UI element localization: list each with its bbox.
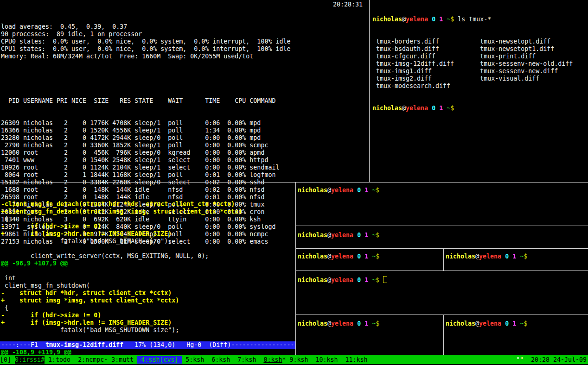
diff-line-add: +client_msg_fn_detach(struct imsg *imsg,… xyxy=(1,208,294,215)
top-summary-lines: load averages: 0.45, 0.39, 0.3790 proces… xyxy=(1,23,367,60)
window-item-irssi[interactable]: 0:irssi# xyxy=(15,356,45,364)
prompt-dollar: $ xyxy=(376,253,379,260)
diff-line-del: - if (hdr->size != 0) xyxy=(1,312,294,319)
shell-prompt: nicholas@yelena 0 1 ~$ xyxy=(372,16,454,23)
modeline-filename: tmux-imsg-12diff.diff xyxy=(45,341,123,348)
pane-border-v1[interactable] xyxy=(443,249,444,271)
diff-content: -client_msg_fn_detach(struct hdr *hdr, s… xyxy=(1,201,294,356)
pane-border-vertical-bottom[interactable] xyxy=(295,182,296,355)
pane-emacs-diff[interactable]: -client_msg_fn_detach(struct hdr *hdr, s… xyxy=(1,186,294,365)
prompt-space xyxy=(361,320,364,327)
prompt-user: nicholas xyxy=(372,16,402,23)
shell-prompt: nicholas@yelena 0 1 ~$ xyxy=(298,320,379,327)
prompt-space xyxy=(361,253,364,260)
diff-line-add: + if (imsg->hdr.len != IMSG_HEADER_SIZE) xyxy=(1,319,294,327)
top-summary-line: load averages: 0.45, 0.39, 0.37 xyxy=(1,23,367,31)
file-row: tmux-modesearch.diff xyxy=(372,82,587,90)
shell-prompt: nicholas@yelena 0 1 ~$ xyxy=(446,320,527,327)
process-row: 10926 root 2 0 1124K 2104K sleep/1 selec… xyxy=(1,164,367,171)
modeline-info: 17% (134,0) Hg-0 (Diff) xyxy=(123,341,231,348)
prompt-space xyxy=(435,16,439,23)
prompt-space xyxy=(509,253,512,260)
diff-line-add: + struct imsg *imsg, struct client_ctx *… xyxy=(1,297,294,304)
pane-shell-active[interactable]: nicholas@yelena 0 1 ~$ xyxy=(298,276,387,284)
pane-border-horizontal-main[interactable] xyxy=(0,182,588,182)
shell-command-line: nicholas@yelena 0 1 ~$ls tmux-* xyxy=(372,16,587,23)
pane-shell-a[interactable]: nicholas@yelena 0 1 ~$ xyxy=(298,187,379,194)
shell-prompt: nicholas@yelena 0 1 ~$ xyxy=(446,253,527,260)
prompt-dollar: $ xyxy=(376,232,379,239)
prompt-user: nicholas xyxy=(446,253,475,260)
diff-line-ctx: fatalx("bad MSG_SHUTDOWN size"); xyxy=(1,327,294,334)
prompt-space xyxy=(353,187,357,194)
prompt-dollar: $ xyxy=(450,16,454,23)
diff-line-ctx: fatalx("bad MSG_DETACH size"); xyxy=(1,238,294,245)
prompt-space xyxy=(368,253,372,260)
diff-line-del: - if (hdr->size != 0) xyxy=(1,223,294,230)
shell-prompt-line: nicholas@yelena 0 1 ~$ xyxy=(372,105,587,112)
modeline-prefix: ----:---F1 xyxy=(1,341,45,348)
top-summary-line: CPU1 states: 0.0% user, 0.0% nice, 0.0% … xyxy=(1,45,367,53)
pane-shell-d[interactable]: nicholas@yelena 0 1 ~$ xyxy=(446,253,527,260)
prompt-host: yelena xyxy=(479,320,501,327)
file-row: tmux-imsg-12diff.diff tmux-sessenv-new-o… xyxy=(372,60,587,68)
prompt-shlvl: 1 xyxy=(439,16,443,23)
prompt-space xyxy=(428,16,432,23)
pane-shell-f[interactable]: nicholas@yelena 0 1 ~$ xyxy=(298,320,379,327)
diff-line-ctx: client_msg_fn_shutdown( xyxy=(1,282,294,289)
window-list-c[interactable]: * 9:ksh 10:ksh 11:ksh xyxy=(282,356,367,364)
prompt-space xyxy=(501,253,505,260)
pane-border-vertical-top[interactable] xyxy=(369,0,370,182)
window-list-b[interactable]: 5:ksh 6:ksh 7:ksh xyxy=(182,356,263,364)
prompt-shlvl: 1 xyxy=(439,105,443,112)
prompt-histnum: 0 xyxy=(505,253,509,260)
prompt-space xyxy=(368,187,372,194)
prompt-histnum: 0 xyxy=(432,16,435,23)
diff-line-ctx xyxy=(1,334,294,341)
diff-line-add: + if (imsg->hdr.len != IMSG_HEADER_SIZE) xyxy=(1,230,294,238)
prompt-user: nicholas xyxy=(298,253,327,260)
prompt-space xyxy=(443,105,447,112)
pane-border-v2[interactable] xyxy=(443,315,444,355)
pane-shell-b[interactable]: nicholas@yelena 0 1 ~$ xyxy=(298,232,379,239)
prompt-shlvl: 1 xyxy=(512,320,516,327)
prompt-host: yelena xyxy=(331,187,353,194)
prompt-space xyxy=(516,320,520,327)
prompt-space xyxy=(509,320,512,327)
pane-border-h4[interactable] xyxy=(296,315,588,315)
prompt-tilde: ~ xyxy=(447,16,450,23)
pane-border-h2[interactable] xyxy=(296,248,588,249)
pane-border-h1[interactable] xyxy=(296,226,588,226)
prompt-tilde: ~ xyxy=(372,187,376,194)
file-row: tmux-bsdauth.diff tmux-newsetopt1.diff xyxy=(372,45,587,53)
prompt-shlvl: 1 xyxy=(364,320,368,327)
prompt-at-sign: @ xyxy=(327,253,331,260)
prompt-space xyxy=(361,277,364,283)
prompt-tilde: ~ xyxy=(372,277,376,283)
pane-shell-c[interactable]: nicholas@yelena 0 1 ~$ xyxy=(298,253,379,260)
prompt-at-sign: @ xyxy=(402,16,406,23)
shell-prompt: nicholas@yelena 0 1 ~$ xyxy=(298,277,379,283)
top-clock: 20:28:31 xyxy=(333,1,363,8)
terminal-cursor[interactable] xyxy=(383,276,387,283)
prompt-host: yelena xyxy=(406,105,428,112)
prompt-dollar: $ xyxy=(524,320,527,327)
prompt-space xyxy=(516,253,520,260)
prompt-at-sign: @ xyxy=(327,187,331,194)
prompt-shlvl: 1 xyxy=(364,232,368,239)
tmux-status-bar: [0] 0:irssi# 1:todo 2:ncmpc- 3:mutt 4:ss… xyxy=(0,355,588,364)
prompt-dollar: $ xyxy=(376,187,379,194)
pane-shell-ls[interactable]: nicholas@yelena 0 1 ~$ls tmux-* tmux-bor… xyxy=(372,1,587,127)
prompt-host: yelena xyxy=(331,253,353,260)
prompt-user: nicholas xyxy=(298,320,327,327)
prompt-space xyxy=(435,105,439,112)
window-list-a[interactable]: 1:todo 2:ncmpc- 3:mutt xyxy=(45,356,137,364)
window-item-current-ksh[interactable]: 8:ksh xyxy=(263,356,282,364)
prompt-shlvl: 1 xyxy=(512,253,516,260)
window-item-ssh-cvs[interactable]: 4:ssh[cvs] xyxy=(137,356,182,364)
prompt-host: yelena xyxy=(331,277,353,283)
pane-border-h3[interactable] xyxy=(296,271,588,271)
pane-shell-g[interactable]: nicholas@yelena 0 1 ~$ xyxy=(446,320,527,327)
shell-prompt: nicholas@yelena 0 1 ~$ xyxy=(298,253,379,260)
diff-line-ctx: client_write_server(cctx, MSG_EXITING, N… xyxy=(1,252,294,260)
